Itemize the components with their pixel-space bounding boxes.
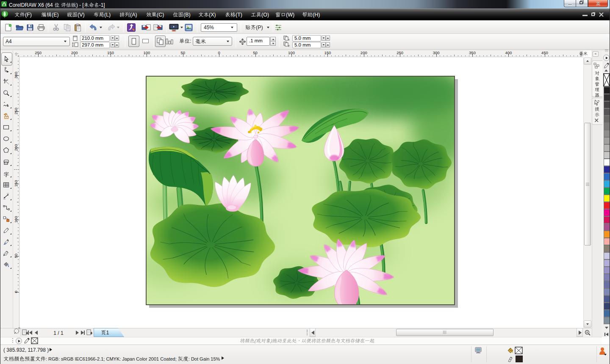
svg-text:x: x — [288, 38, 290, 41]
svg-text:(X): (X) — [209, 12, 216, 18]
svg-text:y: y — [288, 44, 290, 47]
svg-text:(P): (P) — [256, 25, 263, 30]
svg-text:(: ( — [254, 338, 257, 343]
svg-text::: : — [190, 38, 191, 44]
svg-text:(F): (F) — [25, 12, 32, 18]
svg-text:) - [: ) - [ — [76, 2, 84, 8]
svg-text:(T): (T) — [236, 12, 242, 18]
svg-text:(B): (B) — [183, 12, 191, 18]
svg-text:(O): (O) — [261, 12, 269, 18]
svg-text:(L): (L) — [104, 12, 111, 18]
svg-text:1: 1 — [106, 330, 109, 336]
svg-text:): ) — [269, 338, 273, 343]
svg-text:-1]: -1] — [99, 2, 105, 8]
svg-text:(W): (W) — [286, 12, 294, 18]
svg-text:?: ? — [597, 99, 599, 104]
svg-text:CorelDRAW X6 (64: CorelDRAW X6 (64 — [9, 2, 53, 8]
svg-text:: Dot Gain 15%: : Dot Gain 15% — [189, 356, 220, 361]
svg-text:(V): (V) — [78, 12, 85, 18]
svg-text:(C): (C) — [157, 12, 164, 18]
svg-text:(H): (H) — [313, 12, 320, 18]
svg-text:: RGB: sRGB IEC61966-2.1; CMYK: : RGB: sRGB IEC61966-2.1; CMYK: Japan Co… — [46, 356, 177, 361]
svg-text:(E): (E) — [52, 12, 59, 18]
svg-text:(A): (A) — [130, 12, 137, 18]
